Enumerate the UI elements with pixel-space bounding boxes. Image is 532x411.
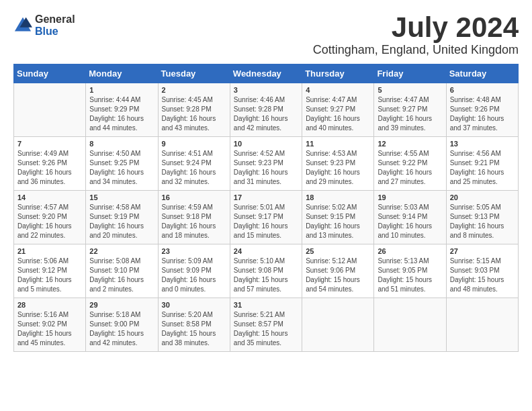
day-number: 24 [234,247,298,255]
day-info: Sunrise: 4:56 AM Sunset: 9:21 PM Dayligh… [450,149,515,187]
calendar-cell: 13Sunrise: 4:56 AM Sunset: 9:21 PM Dayli… [446,137,518,191]
day-info: Sunrise: 4:48 AM Sunset: 9:26 PM Dayligh… [450,95,515,133]
day-info: Sunrise: 4:51 AM Sunset: 9:24 PM Dayligh… [162,149,226,187]
header-row: Sunday Monday Tuesday Wednesday Thursday… [14,64,519,83]
calendar-week-3: 14Sunrise: 4:57 AM Sunset: 9:20 PM Dayli… [14,191,519,244]
calendar-cell: 28Sunrise: 5:16 AM Sunset: 9:02 PM Dayli… [14,298,86,352]
calendar-cell: 8Sunrise: 4:50 AM Sunset: 9:25 PM Daylig… [86,137,158,191]
day-info: Sunrise: 4:47 AM Sunset: 9:27 PM Dayligh… [306,95,370,133]
day-info: Sunrise: 5:13 AM Sunset: 9:05 PM Dayligh… [378,257,442,294]
calendar-cell: 30Sunrise: 5:20 AM Sunset: 8:58 PM Dayli… [158,298,230,352]
calendar-cell: 5Sunrise: 4:47 AM Sunset: 9:27 PM Daylig… [374,83,446,137]
calendar-cell: 1Sunrise: 4:44 AM Sunset: 9:29 PM Daylig… [86,83,158,137]
day-number: 21 [17,247,82,255]
day-info: Sunrise: 5:02 AM Sunset: 9:15 PM Dayligh… [306,203,370,240]
day-info: Sunrise: 5:01 AM Sunset: 9:17 PM Dayligh… [234,203,298,240]
calendar-cell [374,298,446,352]
calendar-cell: 29Sunrise: 5:18 AM Sunset: 9:00 PM Dayli… [86,298,158,352]
day-number: 26 [378,247,442,255]
day-info: Sunrise: 4:55 AM Sunset: 9:22 PM Dayligh… [378,149,442,187]
day-number: 7 [17,140,82,148]
day-info: Sunrise: 5:09 AM Sunset: 9:09 PM Dayligh… [162,257,226,294]
location-title: Cottingham, England, United Kingdom [313,43,519,57]
day-info: Sunrise: 5:18 AM Sunset: 9:00 PM Dayligh… [89,310,154,348]
calendar-cell: 26Sunrise: 5:13 AM Sunset: 9:05 PM Dayli… [374,244,446,298]
col-sunday: Sunday [14,64,86,83]
day-info: Sunrise: 4:47 AM Sunset: 9:27 PM Dayligh… [378,95,442,133]
day-info: Sunrise: 4:50 AM Sunset: 9:25 PM Dayligh… [89,149,154,187]
day-info: Sunrise: 5:10 AM Sunset: 9:08 PM Dayligh… [234,257,298,294]
day-info: Sunrise: 5:05 AM Sunset: 9:13 PM Dayligh… [450,203,515,240]
day-number: 8 [89,140,154,148]
calendar-cell: 15Sunrise: 4:58 AM Sunset: 9:19 PM Dayli… [86,191,158,244]
calendar-week-5: 28Sunrise: 5:16 AM Sunset: 9:02 PM Dayli… [14,298,519,352]
calendar-cell: 12Sunrise: 4:55 AM Sunset: 9:22 PM Dayli… [374,137,446,191]
day-number: 29 [89,301,154,309]
calendar-cell: 7Sunrise: 4:49 AM Sunset: 9:26 PM Daylig… [14,137,86,191]
calendar-cell: 31Sunrise: 5:21 AM Sunset: 8:57 PM Dayli… [230,298,302,352]
col-tuesday: Tuesday [158,64,230,83]
day-number: 9 [162,140,226,148]
calendar-cell [302,298,374,352]
day-number: 2 [162,86,226,94]
calendar-week-2: 7Sunrise: 4:49 AM Sunset: 9:26 PM Daylig… [14,137,519,191]
calendar-cell [14,83,86,137]
col-friday: Friday [374,64,446,83]
day-number: 25 [306,247,370,255]
calendar-cell: 3Sunrise: 4:46 AM Sunset: 9:28 PM Daylig… [230,83,302,137]
calendar-cell: 2Sunrise: 4:45 AM Sunset: 9:28 PM Daylig… [158,83,230,137]
day-number: 31 [234,301,298,309]
calendar-cell: 19Sunrise: 5:03 AM Sunset: 9:14 PM Dayli… [374,191,446,244]
day-number: 1 [89,86,154,94]
calendar-cell: 18Sunrise: 5:02 AM Sunset: 9:15 PM Dayli… [302,191,374,244]
day-number: 17 [234,193,298,201]
day-info: Sunrise: 4:53 AM Sunset: 9:23 PM Dayligh… [306,149,370,187]
day-info: Sunrise: 4:49 AM Sunset: 9:26 PM Dayligh… [17,149,82,187]
day-number: 6 [450,86,515,94]
day-number: 4 [306,86,370,94]
day-number: 15 [89,193,154,201]
day-info: Sunrise: 5:12 AM Sunset: 9:06 PM Dayligh… [306,257,370,294]
logo-icon [13,16,32,35]
day-info: Sunrise: 5:08 AM Sunset: 9:10 PM Dayligh… [89,257,154,294]
calendar-cell: 21Sunrise: 5:06 AM Sunset: 9:12 PM Dayli… [14,244,86,298]
day-number: 22 [89,247,154,255]
day-number: 5 [378,86,442,94]
calendar-cell: 9Sunrise: 4:51 AM Sunset: 9:24 PM Daylig… [158,137,230,191]
day-number: 16 [162,193,226,201]
calendar-cell: 17Sunrise: 5:01 AM Sunset: 9:17 PM Dayli… [230,191,302,244]
calendar-cell: 27Sunrise: 5:15 AM Sunset: 9:03 PM Dayli… [446,244,518,298]
day-number: 27 [450,247,515,255]
day-info: Sunrise: 4:58 AM Sunset: 9:19 PM Dayligh… [89,203,154,240]
col-thursday: Thursday [302,64,374,83]
day-number: 14 [17,193,82,201]
calendar-cell: 4Sunrise: 4:47 AM Sunset: 9:27 PM Daylig… [302,83,374,137]
day-number: 10 [234,140,298,148]
calendar-cell: 16Sunrise: 4:59 AM Sunset: 9:18 PM Dayli… [158,191,230,244]
title-area: July 2024 Cottingham, England, United Ki… [313,13,519,57]
month-title: July 2024 [313,13,519,42]
day-info: Sunrise: 4:59 AM Sunset: 9:18 PM Dayligh… [162,203,226,240]
calendar-cell: 20Sunrise: 5:05 AM Sunset: 9:13 PM Dayli… [446,191,518,244]
day-number: 19 [378,193,442,201]
day-number: 18 [306,193,370,201]
calendar-cell: 11Sunrise: 4:53 AM Sunset: 9:23 PM Dayli… [302,137,374,191]
col-wednesday: Wednesday [230,64,302,83]
day-number: 3 [234,86,298,94]
calendar-cell [446,298,518,352]
col-saturday: Saturday [446,64,518,83]
day-number: 11 [306,140,370,148]
day-number: 12 [378,140,442,148]
logo-general-label: General [35,13,75,26]
header: General Blue July 2024 Cottingham, Engla… [13,13,519,57]
day-info: Sunrise: 5:15 AM Sunset: 9:03 PM Dayligh… [450,257,515,294]
calendar-cell: 23Sunrise: 5:09 AM Sunset: 9:09 PM Dayli… [158,244,230,298]
day-info: Sunrise: 4:45 AM Sunset: 9:28 PM Dayligh… [162,95,226,133]
day-info: Sunrise: 5:16 AM Sunset: 9:02 PM Dayligh… [17,310,82,348]
day-info: Sunrise: 5:03 AM Sunset: 9:14 PM Dayligh… [378,203,442,240]
calendar-cell: 25Sunrise: 5:12 AM Sunset: 9:06 PM Dayli… [302,244,374,298]
day-info: Sunrise: 5:21 AM Sunset: 8:57 PM Dayligh… [234,310,298,348]
day-number: 28 [17,301,82,309]
calendar-cell: 10Sunrise: 4:52 AM Sunset: 9:23 PM Dayli… [230,137,302,191]
day-info: Sunrise: 4:46 AM Sunset: 9:28 PM Dayligh… [234,95,298,133]
